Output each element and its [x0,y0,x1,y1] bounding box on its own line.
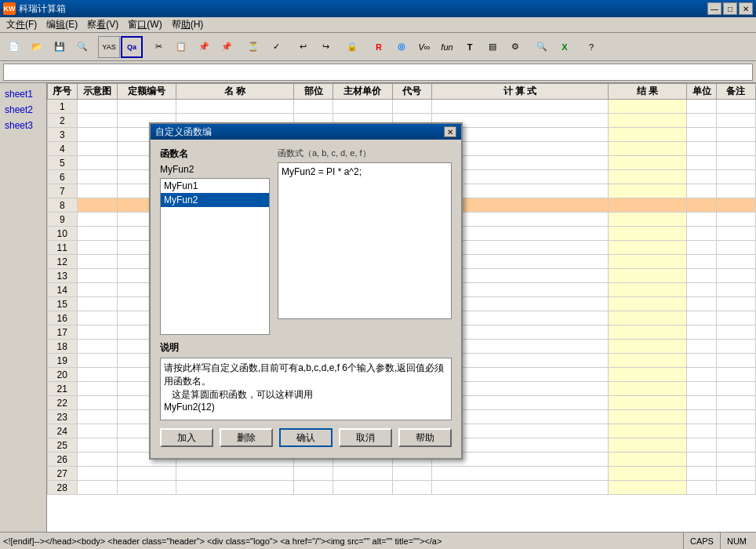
cell-28-5[interactable] [392,481,431,495]
cell-28-0[interactable] [77,481,117,495]
cell-3-7[interactable] [609,128,687,142]
cell-5-0[interactable] [77,156,117,170]
cell-7-7[interactable] [609,184,687,198]
tb-wait[interactable]: ⏳ [242,36,264,58]
cell-26-8[interactable] [687,453,717,467]
cell-12-9[interactable] [716,255,755,269]
cell-23-9[interactable] [716,410,755,424]
tb-V[interactable]: V∞ [413,36,435,58]
cell-25-9[interactable] [716,438,755,453]
cell-2-8[interactable] [687,114,717,128]
cell-5-9[interactable] [716,156,755,170]
cell-23-8[interactable] [687,410,717,424]
formula-display[interactable]: MyFun2 = PI * a^2; [278,162,452,319]
menu-window[interactable]: 窗口(W) [123,16,166,33]
cell-17-8[interactable] [687,325,717,340]
cell-10-0[interactable] [77,227,117,241]
cell-28-6[interactable] [431,481,608,495]
cell-11-9[interactable] [716,241,755,255]
cell-15-8[interactable] [687,297,717,311]
cell-4-0[interactable] [77,142,117,156]
cell-1-1[interactable] [117,100,176,114]
cell-7-9[interactable] [716,184,755,198]
minimize-btn[interactable]: — [707,2,721,15]
cell-17-0[interactable] [77,325,117,340]
cell-1-8[interactable] [687,100,717,114]
cell-14-8[interactable] [687,283,717,297]
menu-edit[interactable]: 编辑(E) [42,16,82,33]
func-list[interactable]: MyFun1 MyFun2 [160,178,270,335]
cell-4-8[interactable] [687,142,717,156]
cell-10-9[interactable] [716,227,755,241]
cell-14-7[interactable] [609,283,687,297]
tb-yas[interactable]: YAS [98,36,120,58]
cell-27-8[interactable] [687,467,717,481]
cell-22-0[interactable] [77,396,117,410]
cell-19-8[interactable] [687,354,717,368]
maximize-btn[interactable]: □ [723,2,737,15]
cell-20-0[interactable] [77,368,117,382]
cell-6-8[interactable] [687,170,717,184]
cell-15-0[interactable] [77,297,117,311]
cell-27-3[interactable] [294,467,333,481]
cell-10-7[interactable] [609,227,687,241]
tb-lock[interactable]: 🔒 [341,36,363,58]
cell-1-6[interactable] [431,100,608,114]
cell-27-1[interactable] [117,467,176,481]
cell-3-8[interactable] [687,128,717,142]
cell-15-7[interactable] [609,297,687,311]
tb-barcode[interactable]: ▤ [482,36,503,58]
cell-17-9[interactable] [716,325,755,340]
tb-circle[interactable]: ◎ [391,36,413,58]
cell-22-8[interactable] [687,396,717,410]
cell-28-2[interactable] [176,481,294,495]
cell-22-7[interactable] [609,396,687,410]
cell-3-9[interactable] [716,128,755,142]
cell-20-7[interactable] [609,368,687,382]
cell-18-8[interactable] [687,340,717,354]
cell-25-8[interactable] [687,438,717,453]
cell-12-7[interactable] [609,255,687,269]
cell-6-7[interactable] [609,170,687,184]
cell-27-7[interactable] [609,467,687,481]
cell-27-0[interactable] [77,467,117,481]
tb-undo[interactable]: ↩ [292,36,314,58]
cell-11-0[interactable] [77,241,117,255]
cell-12-0[interactable] [77,255,117,269]
cell-6-9[interactable] [716,170,755,184]
tb-cut[interactable]: ✂ [147,36,169,58]
cell-27-5[interactable] [392,467,431,481]
cell-28-1[interactable] [117,481,176,495]
sheet-tab-1[interactable]: sheet1 [0,86,46,102]
confirm-btn[interactable]: 确认 [279,428,333,447]
cell-9-0[interactable] [77,213,117,227]
cell-16-9[interactable] [716,311,755,325]
cell-19-0[interactable] [77,354,117,368]
cell-21-9[interactable] [716,382,755,396]
cell-21-0[interactable] [77,382,117,396]
cell-14-9[interactable] [716,283,755,297]
delete-btn[interactable]: 删除 [220,428,273,447]
cell-4-9[interactable] [716,142,755,156]
cell-9-7[interactable] [609,213,687,227]
cell-19-9[interactable] [716,354,755,368]
cell-28-8[interactable] [687,481,717,495]
tb-R[interactable]: R [368,36,390,58]
cell-18-7[interactable] [609,340,687,354]
cell-27-6[interactable] [431,467,608,481]
cell-24-9[interactable] [716,424,755,438]
cell-16-7[interactable] [609,311,687,325]
tb-excel[interactable]: X [554,36,576,58]
cell-4-7[interactable] [609,142,687,156]
cell-1-3[interactable] [294,100,333,114]
cell-21-8[interactable] [687,382,717,396]
tb-search[interactable]: 🔍 [531,36,553,58]
tb-new[interactable]: 📄 [3,36,25,58]
sheet-tab-3[interactable]: sheet3 [0,118,46,133]
tb-check[interactable]: ✓ [265,36,287,58]
cell-2-9[interactable] [716,114,755,128]
cell-27-4[interactable] [333,467,392,481]
cell-2-0[interactable] [77,114,117,128]
cell-6-0[interactable] [77,170,117,184]
cell-16-8[interactable] [687,311,717,325]
